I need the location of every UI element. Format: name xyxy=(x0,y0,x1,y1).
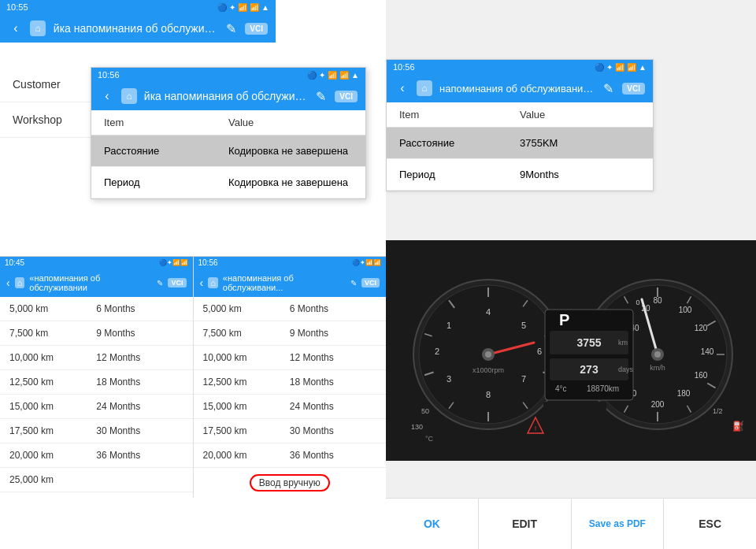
svg-text:3: 3 xyxy=(447,374,451,384)
home-icon-tr[interactable]: ⌂ xyxy=(417,80,432,96)
edit-icon-4[interactable]: ✎ xyxy=(350,279,357,287)
svg-point-54 xyxy=(654,351,661,358)
sidebar-item-customer[interactable]: Customer xyxy=(0,67,91,102)
list-item[interactable]: 5,000 km6 Months xyxy=(194,297,387,321)
signal-icons-1: 🔵✦📶📶▲ xyxy=(217,3,269,12)
svg-text:50: 50 xyxy=(421,407,429,415)
list-item[interactable]: 7,500 km9 Months xyxy=(194,321,387,346)
phone-second: 10:56 🔵✦📶📶▲ ‹ ⌂ йка напоминания об обслу… xyxy=(91,67,366,199)
vci-label-4[interactable]: VCI xyxy=(361,278,380,287)
home-icon-4[interactable]: ⌂ xyxy=(208,277,218,288)
home-icon-3[interactable]: ⌂ xyxy=(15,277,25,288)
manual-entry: Ввод вручную xyxy=(194,468,387,498)
svg-text:0: 0 xyxy=(636,299,639,306)
list-item[interactable]: 5,000 km6 Months xyxy=(0,297,193,321)
phone-top-right: 10:56 🔵✦📶📶▲ ‹ ⌂ напоминания об обслужива… xyxy=(386,59,654,191)
list-item[interactable]: 7,500 km9 Months xyxy=(0,321,193,346)
back-icon-4[interactable]: ‹ xyxy=(200,276,204,289)
list-item-last: 25,000 km xyxy=(0,468,193,492)
svg-text:days: days xyxy=(618,365,634,373)
nav-title-2: йка напоминания об обслужи… xyxy=(143,88,306,104)
svg-text:⛽: ⛽ xyxy=(732,420,744,432)
back-icon-1[interactable]: ‹ xyxy=(8,20,24,36)
edit-icon-1[interactable]: ✎ xyxy=(223,20,239,36)
list-item[interactable]: 20,000 km36 Months xyxy=(0,443,193,468)
list-item[interactable]: 15,000 km24 Months xyxy=(0,395,193,419)
list-item[interactable]: 17,500 km30 Months xyxy=(194,419,387,443)
svg-text:°C: °C xyxy=(425,435,434,443)
status-bar-4: 10:56 🔵✦📶📶 xyxy=(194,257,387,269)
nav-title-4: «напоминания об обслуживани... xyxy=(223,273,346,292)
nav-bar-3: ‹ ⌂ «напоминания об обслуживании ✎ VCI xyxy=(0,269,193,297)
svg-text:2: 2 xyxy=(435,347,439,356)
svg-text:!: ! xyxy=(535,425,537,432)
table-row-period-1: Период Кодировка не завершена xyxy=(91,167,365,198)
home-icon-1[interactable]: ⌂ xyxy=(30,20,46,36)
nav-title-1: йка напоминания об обслужи… xyxy=(52,20,217,36)
ok-button[interactable]: OK xyxy=(386,499,479,549)
esc-button[interactable]: ESC xyxy=(664,499,756,549)
phone-half-right: 10:56 🔵✦📶📶 ‹ ⌂ «напоминания об обслужива… xyxy=(194,257,387,498)
svg-text:200: 200 xyxy=(651,400,665,409)
back-icon-2[interactable]: ‹ xyxy=(99,88,115,104)
svg-text:18870km: 18870km xyxy=(587,384,619,393)
back-icon-tr[interactable]: ‹ xyxy=(395,80,410,96)
vci-label-1[interactable]: VCI xyxy=(245,23,268,35)
vci-label-2[interactable]: VCI xyxy=(335,91,358,102)
svg-rect-72 xyxy=(543,402,606,414)
signal-icons-tr: 🔵✦📶📶▲ xyxy=(595,63,647,72)
table-header-2: Item Value xyxy=(387,102,653,128)
signal-icons-3: 🔵✦📶📶 xyxy=(159,258,188,267)
status-bar-tr: 10:56 🔵✦📶📶▲ xyxy=(387,60,653,74)
svg-text:4°c: 4°c xyxy=(555,384,567,393)
table-header-1: Item Value xyxy=(91,110,365,135)
list-item[interactable]: 12,500 km18 Months xyxy=(0,370,193,395)
svg-text:140: 140 xyxy=(701,347,714,356)
svg-text:100: 100 xyxy=(679,306,692,314)
list-item[interactable]: 15,000 km24 Months xyxy=(194,395,387,419)
manual-entry-label[interactable]: Ввод вручную xyxy=(250,474,330,492)
svg-text:P: P xyxy=(559,311,569,328)
svg-text:5: 5 xyxy=(521,321,526,330)
svg-point-24 xyxy=(485,351,491,358)
svg-text:80: 80 xyxy=(653,296,662,305)
status-bar-3: 10:45 🔵✦📶📶 xyxy=(0,257,193,269)
nav-bar-tr: ‹ ⌂ напоминания об обслуживани… ✎ VCI xyxy=(387,74,653,102)
list-item[interactable]: 17,500 km30 Months xyxy=(0,419,193,443)
signal-icons-4: 🔵✦📶📶 xyxy=(352,258,381,267)
status-bar-2: 10:56 🔵✦📶📶▲ xyxy=(91,68,365,82)
svg-text:273: 273 xyxy=(580,363,598,376)
svg-text:km/h: km/h xyxy=(650,364,665,372)
svg-text:180: 180 xyxy=(677,389,691,398)
phone-half-left: 10:45 🔵✦📶📶 ‹ ⌂ «напоминания об обслужива… xyxy=(0,257,194,498)
svg-text:km: km xyxy=(618,339,628,347)
edit-icon-2[interactable]: ✎ xyxy=(313,88,328,104)
back-icon-3[interactable]: ‹ xyxy=(6,276,10,289)
edit-button[interactable]: EDIT xyxy=(479,499,572,549)
edit-icon-3[interactable]: ✎ xyxy=(157,279,163,287)
vci-label-3[interactable]: VCI xyxy=(168,278,186,287)
dashboard-image: 4 5 6 7 8 3 2 1 x1000rpm xyxy=(386,240,756,461)
phones-bottom: 10:45 🔵✦📶📶 ‹ ⌂ «напоминания об обслужива… xyxy=(0,256,386,498)
list-item[interactable]: 10,000 km12 Months xyxy=(194,346,387,370)
sidebar-item-workshop[interactable]: Workshop xyxy=(0,102,91,138)
bottom-buttons: OK EDIT Save as PDF ESC xyxy=(386,498,756,549)
svg-text:120: 120 xyxy=(695,324,708,332)
vci-label-tr[interactable]: VCI xyxy=(622,83,645,95)
svg-text:1: 1 xyxy=(447,321,451,330)
table-row-period-2: Период 9Months xyxy=(387,159,653,191)
phone-top-left: 10:55 🔵✦📶📶▲ ‹ ⌂ йка напоминания об обслу… xyxy=(0,0,276,43)
list-item[interactable]: 12,500 km18 Months xyxy=(194,370,387,395)
sidebar: Customer Workshop xyxy=(0,67,91,138)
nav-title-3: «напоминания об обслуживании xyxy=(29,273,152,292)
list-item[interactable]: 20,000 km36 Months xyxy=(194,443,387,468)
svg-text:x1000rpm: x1000rpm xyxy=(472,366,504,374)
svg-text:1/2: 1/2 xyxy=(713,407,723,415)
save-as-pdf-button[interactable]: Save as PDF xyxy=(572,499,665,549)
home-icon-2[interactable]: ⌂ xyxy=(121,88,137,104)
nav-title-tr: напоминания об обслуживани… xyxy=(439,80,594,96)
nav-bar-2: ‹ ⌂ йка напоминания об обслужи… ✎ VCI xyxy=(91,82,365,110)
svg-text:3755: 3755 xyxy=(576,336,601,349)
edit-icon-tr[interactable]: ✎ xyxy=(600,80,616,96)
list-item[interactable]: 10,000 km12 Months xyxy=(0,346,193,370)
